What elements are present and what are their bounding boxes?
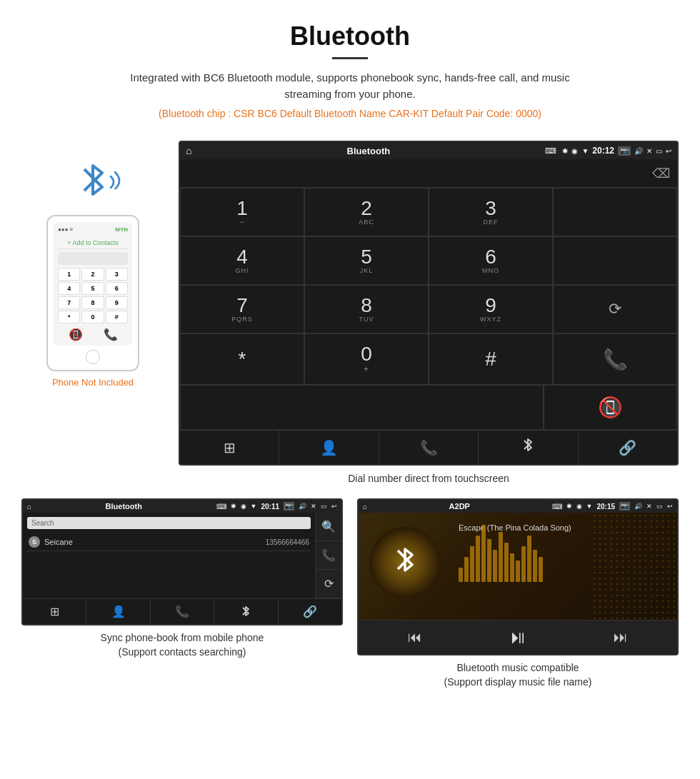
- music-back-icon[interactable]: ↩: [667, 503, 673, 510]
- pb-close-icon[interactable]: ✕: [311, 503, 316, 510]
- key-1[interactable]: 1 ∽: [180, 188, 304, 236]
- music-next-btn[interactable]: ⏭: [614, 629, 628, 645]
- phone-key-8[interactable]: 8: [81, 296, 104, 309]
- phonebook-caption-text: Sync phone-book from mobile phone(Suppor…: [101, 632, 264, 658]
- pb-bt-icon: ✱: [231, 503, 236, 510]
- music-volume-icon[interactable]: 🔊: [634, 503, 642, 510]
- key-8[interactable]: 8 TUV: [304, 285, 429, 333]
- pb-content: Search S Seicane 13566664466 🔍 📞 ⟳: [23, 513, 341, 598]
- phone-home-button[interactable]: [86, 350, 100, 364]
- phone-add-contact-btn[interactable]: + Add to Contacts: [58, 237, 128, 249]
- bt-nav-icon: [521, 438, 534, 457]
- phone-key-hash[interactable]: #: [106, 311, 128, 323]
- dial-device-screen: ⌂ Bluetooth ⌨ ✱ ◉ ▼ 20:12 📷 🔊 ✕ ▭ ↩ ⌫: [179, 141, 679, 466]
- dial-location-icon: ◉: [571, 147, 578, 155]
- key-2[interactable]: 2 ABC: [304, 188, 429, 236]
- pb-contact-row[interactable]: S Seicane 13566664466: [27, 533, 311, 551]
- dial-window-icon[interactable]: ▭: [656, 147, 662, 155]
- call-icon: 📞: [603, 348, 628, 371]
- pb-nav-phone[interactable]: 📞: [151, 599, 214, 624]
- pb-nav-bt[interactable]: [214, 599, 278, 624]
- key-star[interactable]: *: [180, 333, 304, 385]
- key-end-call[interactable]: 📵: [544, 385, 677, 430]
- keypad-icon: ⊞: [224, 439, 236, 456]
- pb-volume-icon[interactable]: 🔊: [299, 503, 306, 510]
- key-0[interactable]: 0 +: [304, 333, 429, 385]
- phone-key-0[interactable]: 0: [81, 311, 104, 323]
- end-call-row: 📵: [180, 385, 677, 430]
- key-hash[interactable]: #: [429, 333, 553, 385]
- music-viz-bar-7: [499, 532, 503, 582]
- key-7[interactable]: 7 PQRS: [180, 285, 304, 333]
- title-divider: [332, 57, 368, 59]
- dial-close-icon[interactable]: ✕: [646, 147, 652, 155]
- phone-key-3[interactable]: 3: [106, 268, 128, 281]
- music-status-bar: ⌂ A2DP ⌨ ✱ ◉ ▼ 20:15 📷 🔊 ✕ ▭ ↩: [359, 500, 677, 513]
- music-controls: ⏮ ⏯ ⏭: [359, 620, 677, 654]
- pb-window-icon[interactable]: ▭: [321, 503, 327, 510]
- nav-phone-btn[interactable]: 📞: [379, 431, 479, 464]
- phone-key-9[interactable]: 9: [106, 296, 128, 309]
- music-content: Escape (The Pina Colada Song): [359, 513, 677, 620]
- pb-nav-link[interactable]: 🔗: [279, 599, 341, 624]
- key-9[interactable]: 9 WXYZ: [429, 285, 553, 333]
- nav-keypad-btn[interactable]: ⊞: [180, 431, 279, 464]
- pb-status-bar: ⌂ Bluetooth ⌨ ✱ ◉ ▼ 20:11 📷 🔊 ✕ ▭ ↩: [23, 500, 341, 513]
- phone-key-6[interactable]: 6: [106, 282, 128, 295]
- key-6[interactable]: 6 MNO: [429, 236, 553, 285]
- phone-key-1[interactable]: 1: [58, 268, 80, 281]
- phonebook-screenshot-item: ⌂ Bluetooth ⌨ ✱ ◉ ▼ 20:11 📷 🔊 ✕ ▭ ↩ Sear…: [21, 498, 343, 689]
- key-5[interactable]: 5 JKL: [304, 236, 429, 285]
- phone-end-btn[interactable]: 📵: [69, 328, 83, 341]
- phone-key-star[interactable]: *: [58, 311, 80, 323]
- key-3[interactable]: 3 DEF: [429, 188, 553, 236]
- phone-mockup: ●●● ≡ MYN + Add to Contacts 1 2 3 4 5 6 …: [46, 215, 139, 371]
- music-viz-bar-10: [516, 561, 520, 582]
- phone-key-7[interactable]: 7: [58, 296, 80, 309]
- music-viz-bar-8: [504, 543, 509, 582]
- dial-volume-icon[interactable]: 🔊: [634, 147, 643, 155]
- pb-nav-contacts[interactable]: 👤: [86, 599, 150, 624]
- pb-usb-icon: ⌨: [216, 503, 226, 511]
- pb-search-field[interactable]: Search: [27, 517, 311, 529]
- nav-link-btn[interactable]: 🔗: [579, 431, 677, 464]
- music-viz-bar-13: [533, 550, 537, 582]
- music-camera-icon[interactable]: 📷: [619, 502, 630, 511]
- dial-back-icon[interactable]: ↩: [666, 147, 671, 155]
- pb-camera-icon[interactable]: 📷: [284, 502, 294, 511]
- phone-section: ●●● ≡ MYN + Add to Contacts 1 2 3 4 5 6 …: [21, 141, 164, 484]
- key-4[interactable]: 4 GHI: [180, 236, 304, 285]
- pb-search-btn[interactable]: 🔍: [316, 513, 341, 541]
- dial-home-icon[interactable]: ⌂: [186, 145, 191, 156]
- phone-bottom-bar: 📵 📞: [58, 328, 128, 341]
- pb-back-icon[interactable]: ↩: [331, 503, 337, 510]
- phone-call-btn[interactable]: 📞: [104, 328, 118, 341]
- link-icon: 🔗: [619, 439, 636, 456]
- music-window-icon[interactable]: ▭: [656, 503, 663, 510]
- phone-keypad: 1 2 3 4 5 6 7 8 9 * 0 #: [58, 268, 128, 323]
- pb-reload-btn[interactable]: ⟳: [316, 570, 341, 598]
- backspace-button[interactable]: ⌫: [652, 166, 670, 181]
- pb-bottom-nav: ⊞ 👤 📞 🔗: [23, 598, 341, 624]
- music-close-icon[interactable]: ✕: [646, 503, 652, 510]
- key-call[interactable]: 📞: [553, 333, 677, 385]
- music-caption: Bluetooth music compatible(Support displ…: [444, 661, 592, 689]
- end-call-icon: 📵: [598, 396, 623, 419]
- music-play-btn[interactable]: ⏯: [509, 626, 527, 648]
- nav-contacts-btn[interactable]: 👤: [279, 431, 379, 464]
- music-visualizer-bg: [591, 513, 677, 620]
- pb-home-icon[interactable]: ⌂: [27, 503, 31, 511]
- pb-nav-keypad[interactable]: ⊞: [23, 599, 86, 624]
- nav-bt-btn[interactable]: [479, 431, 578, 464]
- dial-camera-icon[interactable]: 📷: [618, 146, 631, 156]
- key-reload[interactable]: ⟳: [553, 285, 677, 333]
- pb-call-btn[interactable]: 📞: [316, 541, 341, 570]
- music-home-icon[interactable]: ⌂: [363, 503, 367, 511]
- page-header: Bluetooth Integrated with BC6 Bluetooth …: [0, 0, 700, 141]
- music-prev-btn[interactable]: ⏮: [408, 629, 422, 645]
- phone-key-4[interactable]: 4: [58, 282, 80, 295]
- bottom-screenshots: ⌂ Bluetooth ⌨ ✱ ◉ ▼ 20:11 📷 🔊 ✕ ▭ ↩ Sear…: [0, 498, 700, 689]
- phone-key-5[interactable]: 5: [81, 282, 104, 295]
- keypad-grid: 1 ∽ 2 ABC 3 DEF 4 GHI 5: [180, 188, 677, 385]
- phone-key-2[interactable]: 2: [81, 268, 104, 281]
